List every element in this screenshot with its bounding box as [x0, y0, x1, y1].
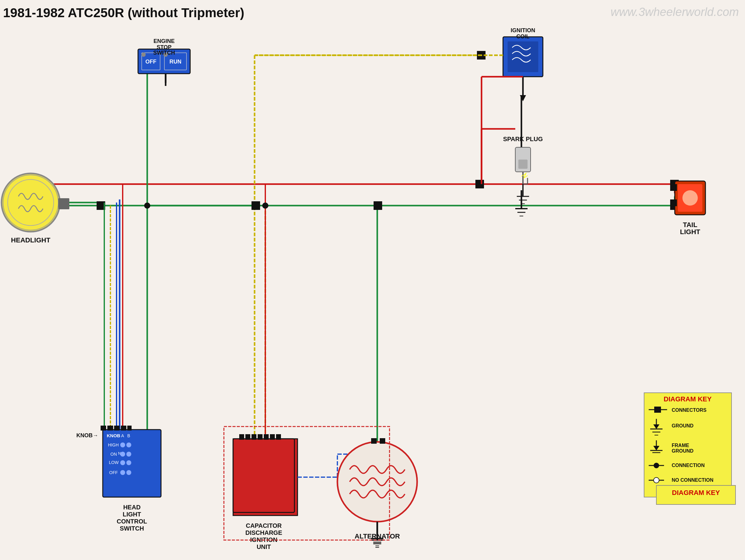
svg-text:CAPACITOR: CAPACITOR — [246, 522, 282, 529]
wiring-diagram: OFF RUN ENGINE STOP SWITCH IGNITION COIL… — [0, 0, 745, 560]
svg-text:KNOB: KNOB — [107, 433, 120, 438]
svg-point-97 — [120, 460, 125, 465]
svg-text:CONNECTION: CONNECTION — [672, 463, 705, 468]
svg-rect-112 — [246, 434, 250, 440]
svg-rect-138 — [654, 407, 661, 413]
svg-text:CONNECTORS: CONNECTORS — [672, 407, 707, 413]
svg-point-95 — [126, 452, 131, 457]
svg-point-98 — [126, 460, 131, 465]
diagram-key: DIAGRAM KEY — [656, 485, 736, 505]
svg-text:OFF: OFF — [145, 59, 156, 65]
svg-rect-165 — [121, 426, 126, 431]
svg-point-100 — [120, 470, 125, 475]
svg-rect-124 — [380, 438, 385, 444]
svg-point-134 — [262, 203, 268, 209]
svg-text:ALTERNATOR: ALTERNATOR — [355, 532, 400, 540]
svg-rect-82 — [670, 199, 677, 206]
svg-point-132 — [144, 203, 150, 209]
svg-rect-123 — [371, 438, 377, 444]
svg-point-74 — [8, 180, 54, 225]
svg-text:DIAGRAM KEY: DIAGRAM KEY — [664, 395, 712, 403]
svg-text:SWITCH: SWITCH — [120, 525, 144, 532]
svg-rect-37 — [252, 201, 260, 210]
svg-rect-113 — [252, 434, 256, 440]
svg-rect-111 — [239, 434, 244, 440]
svg-rect-64 — [518, 160, 527, 169]
svg-text:HIGH: HIGH — [108, 442, 119, 447]
svg-rect-105 — [127, 426, 132, 431]
svg-text:LIGHT: LIGHT — [680, 228, 701, 236]
svg-rect-110 — [233, 439, 294, 512]
svg-text:GROUND: GROUND — [672, 448, 693, 454]
svg-text:ON: ON — [110, 452, 117, 457]
svg-point-48 — [141, 53, 146, 57]
svg-text:OFF: OFF — [109, 470, 118, 475]
svg-rect-76 — [58, 198, 69, 209]
svg-text:DISCHARGE: DISCHARGE — [246, 529, 282, 536]
svg-rect-116 — [270, 434, 275, 440]
svg-text:SWITCH: SWITCH — [153, 50, 175, 56]
svg-point-133 — [374, 203, 380, 209]
svg-text:GROUND: GROUND — [672, 423, 693, 428]
svg-rect-40 — [476, 180, 484, 188]
svg-point-94 — [120, 452, 125, 457]
svg-text:IGNITION: IGNITION — [511, 27, 535, 33]
svg-text:UNIT: UNIT — [257, 543, 271, 550]
svg-text:A: A — [121, 433, 124, 438]
svg-point-91 — [126, 442, 131, 447]
svg-text:COIL: COIL — [517, 33, 530, 39]
svg-text:TAIL: TAIL — [683, 221, 697, 228]
svg-text:NO CONNECTION: NO CONNECTION — [672, 477, 713, 483]
svg-text:RUN: RUN — [170, 59, 182, 65]
svg-rect-81 — [670, 184, 677, 191]
svg-text:CONTROL: CONTROL — [117, 518, 147, 525]
svg-text:STOP: STOP — [157, 44, 172, 50]
svg-point-156 — [654, 477, 659, 483]
svg-text:KNOB→: KNOB→ — [76, 432, 98, 438]
svg-text:HEAD: HEAD — [123, 504, 141, 510]
svg-point-90 — [120, 442, 125, 447]
svg-text:ENGINE: ENGINE — [153, 38, 174, 44]
svg-rect-117 — [276, 434, 281, 440]
svg-text:B: B — [127, 433, 130, 438]
svg-rect-54 — [508, 41, 538, 72]
svg-text:SPARK PLUG: SPARK PLUG — [503, 136, 543, 143]
svg-point-80 — [682, 190, 698, 206]
svg-point-101 — [126, 470, 131, 475]
svg-rect-164 — [114, 426, 120, 431]
svg-rect-162 — [101, 426, 106, 431]
svg-text:LIGHT: LIGHT — [123, 511, 141, 518]
svg-text:HEADLIGHT: HEADLIGHT — [11, 236, 51, 244]
svg-rect-115 — [264, 434, 269, 440]
svg-rect-163 — [107, 426, 113, 431]
svg-text:FRAME: FRAME — [672, 443, 689, 448]
svg-rect-114 — [258, 434, 263, 440]
diagram-key-title: DIAGRAM KEY — [661, 489, 731, 497]
svg-text:LOW: LOW — [109, 460, 119, 465]
